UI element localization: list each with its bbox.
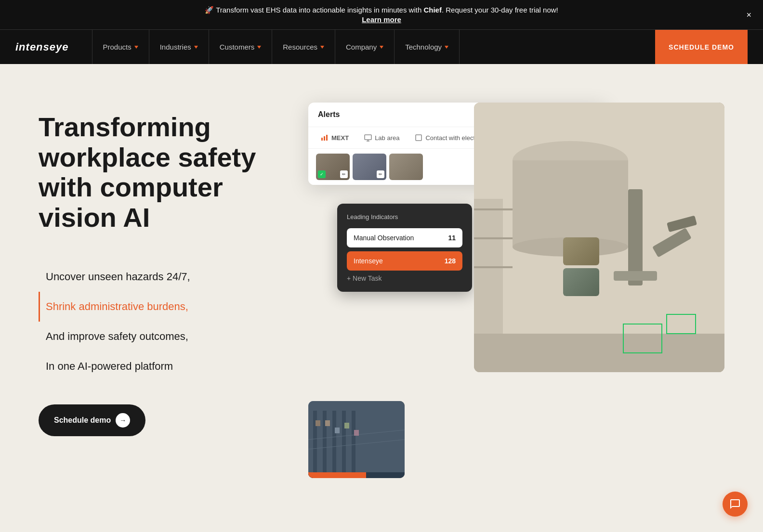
alerts-tab-lab[interactable]: Lab area: [359, 132, 404, 143]
hero-right: Alerts MEXT Lab area: [308, 103, 724, 488]
announcement-text2: . Request your 30-day free trial now!: [442, 6, 558, 14]
thumbnails-column: [563, 237, 599, 296]
nav-item-resources[interactable]: Resources: [272, 30, 335, 65]
svg-rect-34: [352, 411, 355, 473]
svg-rect-43: [308, 472, 366, 478]
close-announcement-button[interactable]: ×: [746, 10, 751, 20]
thumb-2[interactable]: ✏: [353, 154, 386, 180]
monitor-icon: [364, 134, 372, 142]
site-logo[interactable]: intenseye: [15, 41, 69, 53]
add-task-button[interactable]: + New Task: [347, 274, 462, 282]
chat-icon: [729, 498, 741, 510]
hero-bullet-text-2: Shrink administrative burdens,: [46, 300, 188, 313]
leading-count-manual: 11: [448, 234, 456, 242]
nav-label-products: Products: [103, 43, 132, 51]
hero-left: Transforming workplace safety with compu…: [39, 103, 279, 436]
alerts-tab-mext[interactable]: MEXT: [316, 132, 354, 143]
svg-rect-21: [474, 237, 513, 239]
svg-rect-20: [474, 208, 513, 210]
hero-bullets: Uncover unseen hazards 24/7, Shrink admi…: [39, 262, 279, 381]
hero-bullet-4: In one AI-powered platform: [39, 351, 279, 381]
svg-rect-37: [316, 420, 320, 426]
nav-item-customers[interactable]: Customers: [209, 30, 273, 65]
check-icon: ✓: [318, 170, 326, 178]
hero-bullet-text-1: Uncover unseen hazards 24/7,: [46, 271, 190, 283]
svg-rect-32: [332, 411, 336, 473]
svg-rect-23: [474, 334, 724, 372]
svg-rect-1: [324, 136, 325, 141]
svg-rect-39: [335, 428, 340, 433]
learn-more-link[interactable]: Learn more: [362, 15, 401, 24]
rocket-emoji: 🚀: [205, 6, 214, 14]
svg-rect-30: [313, 411, 317, 473]
tab-label-mext: MEXT: [331, 134, 349, 142]
nav-label-resources: Resources: [283, 43, 317, 51]
arrow-icon: [116, 413, 130, 428]
chevron-down-icon: [320, 46, 324, 49]
svg-rect-22: [474, 266, 513, 268]
svg-rect-13: [513, 160, 628, 247]
hero-bullet-3: And improve safety outcomes,: [39, 322, 279, 351]
svg-rect-6: [416, 135, 421, 141]
chevron-down-icon: [194, 46, 198, 49]
chevron-down-icon: [380, 46, 383, 49]
schedule-demo-nav-button[interactable]: SCHEDULE DEMO: [655, 30, 748, 65]
main-photo: [474, 103, 724, 372]
hero-bullet-1: Uncover unseen hazards 24/7,: [39, 262, 279, 292]
announcement-bar: 🚀 Transform vast EHS data into actionabl…: [0, 0, 763, 29]
chevron-down-icon: [257, 46, 261, 49]
warehouse-illustration: [308, 401, 405, 478]
hero-bullet-text-4: In one AI-powered platform: [46, 360, 173, 373]
robot-arm-illustration: [474, 103, 724, 372]
thumb-side-2[interactable]: [563, 268, 599, 296]
hero-cta-label: Schedule demo: [54, 416, 111, 425]
warehouse-photo: [308, 401, 405, 478]
nav-label-company: Company: [346, 43, 377, 51]
thumb-1[interactable]: ✓ ✏: [316, 154, 350, 180]
nav-item-industries[interactable]: Industries: [149, 30, 209, 65]
hero-bullet-2: Shrink administrative burdens,: [39, 292, 279, 322]
nav-label-technology: Technology: [405, 43, 442, 51]
leading-row-manual[interactable]: Manual Observation 11: [347, 228, 462, 247]
leading-row-intenseye[interactable]: Intenseye 128: [347, 251, 462, 271]
leading-count-intenseye: 128: [445, 257, 456, 265]
chat-bubble-button[interactable]: [723, 492, 748, 517]
nav-items: Products Industries Customers Resources …: [92, 30, 656, 65]
nav-item-products[interactable]: Products: [92, 30, 149, 65]
svg-rect-41: [354, 430, 359, 436]
nav-label-industries: Industries: [160, 43, 191, 51]
chart-icon: [321, 134, 329, 142]
leading-indicators-title: Leading Indicators: [347, 213, 462, 221]
announcement-main-text: Transform vast EHS data into actionable …: [216, 6, 423, 14]
navbar: intenseye Products Industries Customers …: [0, 29, 763, 64]
announcement-line1: 🚀 Transform vast EHS data into actionabl…: [205, 6, 558, 14]
industrial-photo: [474, 103, 724, 372]
svg-rect-31: [323, 411, 327, 473]
svg-rect-2: [326, 135, 328, 141]
square-icon: [415, 134, 422, 142]
announcement-brand: Chief: [423, 6, 442, 14]
svg-rect-3: [365, 135, 371, 140]
hero-bullet-text-3: And improve safety outcomes,: [46, 330, 188, 343]
tab-label-lab: Lab area: [375, 134, 399, 142]
nav-item-technology[interactable]: Technology: [395, 30, 460, 65]
hero-title: Transforming workplace safety with compu…: [39, 112, 279, 233]
schedule-demo-hero-button[interactable]: Schedule demo: [39, 404, 145, 436]
svg-rect-0: [321, 138, 323, 141]
svg-rect-40: [344, 423, 349, 428]
chevron-down-icon: [445, 46, 448, 49]
announcement-text: 🚀 Transform vast EHS data into actionabl…: [205, 6, 558, 24]
warehouse-image: [308, 401, 405, 478]
edit-icon: ✏: [377, 170, 384, 178]
nav-item-company[interactable]: Company: [335, 30, 395, 65]
hero-section: Transforming workplace safety with compu…: [0, 64, 763, 497]
thumb-side-1[interactable]: [563, 237, 599, 265]
leading-label-intenseye: Intenseye: [354, 257, 383, 265]
leading-label-manual: Manual Observation: [354, 234, 414, 242]
svg-rect-16: [614, 271, 657, 281]
leading-indicators-card: Leading Indicators Manual Observation 11…: [337, 204, 472, 292]
nav-label-customers: Customers: [220, 43, 255, 51]
thumb-3[interactable]: [389, 154, 423, 180]
edit-icon: ✏: [340, 170, 348, 178]
chevron-down-icon: [134, 46, 138, 49]
